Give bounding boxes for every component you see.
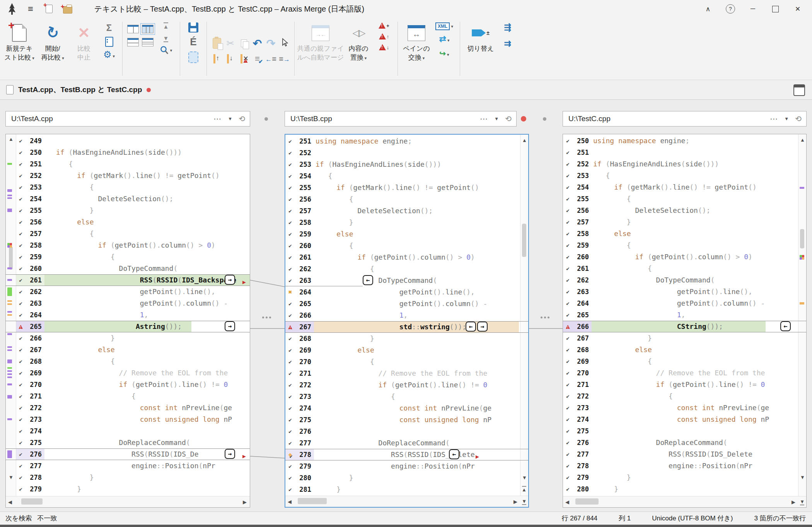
line-number-gutter[interactable]: ▲!267 — [285, 321, 314, 333]
line-number-gutter[interactable]: ✔277 — [285, 437, 314, 449]
code-line[interactable]: ✔260 if (getPoint().column() > 0) — [563, 251, 806, 263]
line-number-gutter[interactable]: ✔276 — [285, 426, 314, 437]
code-line[interactable]: ✔269 else — [285, 344, 528, 356]
line-number-gutter[interactable]: ✔278 — [16, 472, 44, 483]
code-line[interactable]: ✔269 { — [563, 356, 806, 367]
line-number-gutter[interactable]: ✔279 — [285, 460, 314, 472]
previous-warning-icon[interactable]: !↑ — [379, 33, 389, 39]
selection-mode-icon[interactable] — [188, 51, 198, 63]
maximize-pane-icon[interactable] — [793, 84, 805, 96]
line-number-gutter[interactable]: ✔254 — [285, 170, 314, 182]
code-line[interactable]: ✔261 RSS(RSSID(IDS_Backspace→▶ — [6, 274, 250, 286]
code-line[interactable]: ✔271 { — [6, 390, 250, 402]
code-line[interactable]: ✔260 { — [285, 240, 528, 252]
line-number-gutter[interactable]: ✔270 — [563, 367, 592, 379]
line-number-gutter[interactable]: ✔255 — [285, 182, 314, 193]
code-line[interactable]: ✔257 } — [563, 216, 806, 228]
code-line[interactable]: ✔280 } — [563, 483, 806, 495]
line-number-gutter[interactable]: ✔256 — [563, 205, 592, 216]
line-number-gutter[interactable]: ✔268 — [285, 333, 314, 344]
code-line[interactable]: ✔276 DoReplaceCommand( — [563, 437, 806, 448]
code-line[interactable]: ✔259 { — [6, 251, 250, 263]
line-number-gutter[interactable]: ✔273 — [563, 402, 592, 414]
code-line[interactable]: ✔274 const int nPrevLine(ge — [285, 402, 528, 414]
three-pane-layout-icon[interactable] — [142, 25, 154, 33]
code-line[interactable]: ✖✖264 getPoint().line(), — [285, 286, 528, 298]
line-number-gutter[interactable]: ✔255 — [563, 193, 592, 205]
line-number-gutter[interactable]: ✔276 — [16, 448, 44, 460]
file-path-field-a[interactable]: U:\TestA.cpp ⋯ ▼ ⟲ — [5, 111, 250, 127]
merge-right-button[interactable]: → — [225, 275, 235, 285]
insert-before-icon[interactable]: ↑ — [212, 54, 222, 64]
line-number-gutter[interactable]: ✔259 — [563, 240, 592, 251]
search-mode-value[interactable]: 不一致 — [37, 514, 57, 523]
line-number-gutter[interactable]: ✔280 — [285, 472, 314, 484]
difference-count-status[interactable]: 3 箇所の不一致行 — [754, 514, 806, 523]
file-path-field-c[interactable]: U:\TestC.cpp ⋯ ▼ ⟲ — [563, 111, 807, 127]
code-line[interactable]: ✔254 { — [285, 170, 528, 182]
line-number-gutter[interactable]: ✔272 — [16, 402, 44, 414]
merge-direction-dot[interactable] — [543, 117, 546, 121]
code-line[interactable]: ✔253 { — [6, 181, 250, 193]
code-line[interactable]: ✔263 getPoint().column() - — [6, 298, 250, 309]
code-line[interactable]: ▲!267 std::wstring());←→ — [285, 321, 528, 333]
report-document-icon[interactable] — [105, 37, 113, 47]
code-line[interactable]: ✔258 else — [563, 228, 806, 240]
scroll-left-icon[interactable]: ◀ — [288, 499, 292, 505]
code-line[interactable]: ✔262 DoTypeCommand( — [563, 274, 806, 286]
line-number-gutter[interactable]: ✔274 — [563, 414, 592, 425]
line-number-gutter[interactable]: ✔255 — [16, 205, 44, 216]
code-line[interactable]: ✔277 engine::Position(nPr — [6, 460, 250, 472]
line-number-gutter[interactable]: ✔250 — [563, 135, 592, 147]
code-line[interactable]: ✔250if (HasEngineAndLines(side())) — [6, 147, 250, 158]
code-line[interactable]: ✔277 DoReplaceCommand( — [285, 437, 528, 449]
code-line[interactable]: ✔261 { — [563, 263, 806, 274]
code-line[interactable]: ✔250using namespace engine; — [563, 135, 806, 147]
line-number-gutter[interactable]: ✔254 — [563, 181, 592, 193]
hscroll-thumb[interactable] — [575, 498, 599, 505]
code-line[interactable]: ✔277 RSS(RSSID(IDS_Delete — [563, 448, 806, 460]
minimize-button[interactable]: ─ — [746, 3, 759, 15]
line-number-gutter[interactable]: ✔274 — [16, 425, 44, 437]
code-line[interactable]: ✔254 if (getMark().line() != getPoint() — [563, 181, 806, 193]
scroll-down-icon[interactable]: ▼ — [9, 475, 14, 480]
history-icon[interactable]: ⟲ — [795, 114, 802, 123]
code-line[interactable]: ✔261 if (getPoint().column() > 0) — [285, 252, 528, 263]
help-icon[interactable]: ? — [724, 3, 737, 15]
line-number-gutter[interactable]: ✔260 — [285, 240, 314, 252]
line-number-gutter[interactable]: ✔269 — [285, 344, 314, 356]
indent-icon[interactable]: ≡→ — [279, 55, 290, 63]
pane-testa[interactable]: ▲ ▼ ✔249✔250if (HasEngineAndLines(side()… — [5, 134, 250, 508]
code-line[interactable]: ✔271 if (getPoint().line() != 0 — [563, 379, 806, 390]
export-button[interactable]: ↪▾ — [439, 49, 449, 58]
line-number-gutter[interactable]: ✔272 — [285, 379, 314, 391]
browse-icon[interactable]: ⋯ — [770, 114, 778, 123]
close-button[interactable]: ✕ — [791, 3, 804, 15]
collapse-ribbon-icon[interactable]: ∧ — [701, 3, 715, 15]
chevron-down-icon[interactable]: ▼ — [784, 116, 789, 121]
line-number-gutter[interactable]: ✔253 — [16, 181, 44, 193]
line-number-gutter[interactable]: ✔251 — [285, 135, 314, 147]
line-number-gutter[interactable]: ✔259 — [16, 251, 44, 263]
line-number-gutter[interactable]: ✔254 — [16, 193, 44, 205]
code-line[interactable]: ✔258 } — [285, 217, 528, 228]
line-number-gutter[interactable]: ✔256 — [285, 193, 314, 205]
settings-gear-button[interactable]: ⚙▾ — [103, 50, 115, 59]
code-line[interactable]: ✔255 { — [563, 193, 806, 205]
code-line[interactable]: ✔264 getPoint().column() - — [563, 298, 806, 309]
select-cursor-icon[interactable] — [280, 38, 289, 49]
line-number-gutter[interactable]: ✔267 — [16, 344, 44, 356]
line-number-gutter[interactable]: ▲!266 — [563, 321, 592, 332]
code-line[interactable]: ✔251 { — [6, 158, 250, 170]
code-line[interactable]: ✔271 // Remove the EOL from the — [285, 368, 528, 379]
line-number-gutter[interactable]: ✔260 — [16, 263, 44, 274]
line-number-gutter[interactable]: ✔257 — [16, 228, 44, 240]
code-line[interactable]: ✔264 1, — [6, 309, 250, 321]
line-number-gutter[interactable]: ✔263 — [285, 275, 314, 286]
hscroll-thumb[interactable] — [298, 498, 327, 504]
line-number-gutter[interactable]: ✔263 — [16, 298, 44, 309]
code-line[interactable]: ✔255 } — [6, 205, 250, 216]
add-warning-icon[interactable]: !+ — [379, 22, 389, 29]
scroll-up-icon[interactable]: ▲ — [9, 137, 14, 142]
code-line[interactable]: ✔279 engine::Position(nPr — [285, 460, 528, 472]
